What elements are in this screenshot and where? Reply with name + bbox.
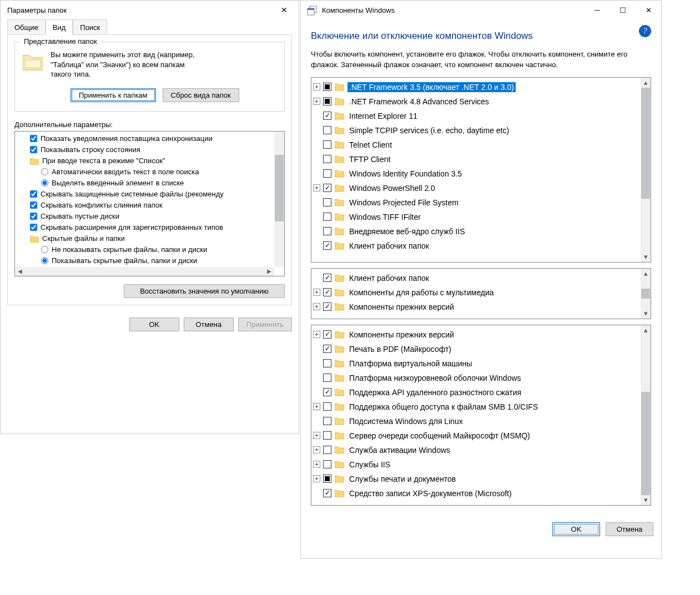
list-item[interactable]: Скрывать защищенные системные файлы (рек… <box>17 189 274 200</box>
checkbox[interactable] <box>323 184 331 192</box>
ok-button[interactable]: OK <box>552 522 600 536</box>
scroll-up-icon[interactable]: ▴ <box>641 325 651 335</box>
checkbox[interactable] <box>323 374 331 382</box>
tree-row[interactable]: +Служба активации Windows <box>313 443 641 457</box>
checkbox[interactable] <box>323 330 331 339</box>
advanced-listbox[interactable]: Показать уведомления поставщика синхрони… <box>14 131 285 276</box>
checkbox[interactable] <box>323 388 331 396</box>
checkbox[interactable] <box>30 201 37 209</box>
vertical-scrollbar[interactable]: ▴ ▾ <box>641 325 651 505</box>
expand-icon[interactable]: + <box>313 331 320 338</box>
checkbox[interactable] <box>323 169 331 178</box>
checkbox[interactable] <box>323 112 331 120</box>
tree-row[interactable]: Windows Projected File System <box>313 195 641 210</box>
vertical-scrollbar[interactable]: ▴ ▾ <box>641 78 651 262</box>
list-item[interactable]: Автоматически вводить текст в поле поиск… <box>17 167 274 178</box>
scroll-down-icon[interactable]: ▾ <box>641 309 651 319</box>
checkbox[interactable] <box>30 190 37 198</box>
tree-row[interactable]: Внедряемое веб-ядро служб IIS <box>313 224 641 239</box>
scroll-left-icon[interactable]: ◄ <box>15 267 25 276</box>
expand-icon[interactable]: + <box>313 446 320 453</box>
tree-row[interactable]: Internet Explorer 11 <box>313 109 641 123</box>
help-icon[interactable]: ? <box>639 25 651 37</box>
expand-icon[interactable]: + <box>313 184 320 191</box>
tree-row[interactable]: TFTP Client <box>313 152 641 167</box>
list-item[interactable]: Скрывать расширения для зарегистрированн… <box>17 222 274 233</box>
tab-view[interactable]: Вид <box>46 19 73 35</box>
scroll-thumb[interactable] <box>641 392 650 495</box>
checkbox[interactable] <box>30 135 37 142</box>
list-item[interactable]: Скрывать пустые диски <box>17 211 274 222</box>
expand-icon[interactable]: + <box>313 289 320 296</box>
list-item[interactable]: Скрывать конфликты слияния папок <box>17 200 274 211</box>
close-button[interactable]: ✕ <box>272 2 296 18</box>
checkbox[interactable] <box>323 274 331 282</box>
checkbox[interactable] <box>323 241 331 250</box>
checkbox[interactable] <box>323 227 331 235</box>
checkbox[interactable] <box>323 140 331 149</box>
checkbox[interactable] <box>323 417 331 425</box>
list-item[interactable]: Показывать строку состояния <box>17 144 274 155</box>
tree-row[interactable]: Simple TCPIP services (i.e. echo, daytim… <box>313 123 641 138</box>
checkbox[interactable] <box>323 446 331 454</box>
features-tree-3[interactable]: +Компоненты прежних версийПечать в PDF (… <box>311 325 651 506</box>
features-tree-2[interactable]: Клиент рабочих папок+Компоненты для рабо… <box>311 268 651 319</box>
tree-row[interactable]: Поддержка API удаленного разностного сжа… <box>313 385 641 400</box>
tree-row[interactable]: Платформа виртуальной машины <box>313 356 641 371</box>
list-item[interactable]: Показать уведомления поставщика синхрони… <box>17 133 274 144</box>
tab-general[interactable]: Общие <box>7 19 46 34</box>
checkbox[interactable] <box>323 155 331 163</box>
tree-row[interactable]: +Сервер очереди сообщений Майкрософт (MS… <box>313 428 641 443</box>
tree-row[interactable]: Платформа низкоуровневой оболочки Window… <box>313 371 641 385</box>
checkbox[interactable] <box>30 224 37 231</box>
checkbox[interactable] <box>30 213 37 220</box>
tree-row[interactable]: +Компоненты прежних версий <box>313 300 641 314</box>
tab-search[interactable]: Поиск <box>73 19 107 34</box>
expand-icon[interactable]: + <box>313 303 320 310</box>
restore-defaults-button[interactable]: Восстановить значения по умолчанию <box>124 284 285 298</box>
scroll-thumb[interactable] <box>641 289 650 299</box>
vertical-scrollbar[interactable]: ▴ ▾ <box>641 269 651 319</box>
checkbox[interactable] <box>323 460 331 468</box>
close-button[interactable]: ✕ <box>636 2 661 18</box>
expand-icon[interactable]: + <box>313 432 320 439</box>
titlebar[interactable]: Параметры папок ✕ <box>1 1 299 19</box>
tree-row[interactable]: +Поддержка общего доступа к файлам SMB 1… <box>313 400 641 414</box>
scroll-right-icon[interactable]: ► <box>264 267 274 276</box>
checkbox[interactable] <box>323 359 331 367</box>
expand-icon[interactable]: + <box>313 475 320 482</box>
list-item[interactable]: Показывать скрытые файлы, папки и диски <box>17 255 274 266</box>
checkbox[interactable] <box>323 302 331 311</box>
reset-folders-button[interactable]: Сброс вида папок <box>163 88 239 102</box>
ok-button[interactable]: OK <box>129 317 179 331</box>
expand-icon[interactable]: + <box>313 98 320 105</box>
checkbox[interactable] <box>323 198 331 206</box>
expand-icon[interactable]: + <box>313 403 320 410</box>
checkbox[interactable] <box>323 213 331 221</box>
scroll-thumb[interactable] <box>641 88 650 199</box>
horizontal-scrollbar[interactable]: ◄ ► <box>15 267 274 276</box>
tree-row[interactable]: Telnet Client <box>313 138 641 152</box>
expand-icon[interactable]: + <box>313 83 320 90</box>
features-tree-1[interactable]: +.NET Framework 3.5 (включает .NET 2.0 и… <box>311 77 651 263</box>
minimize-button[interactable]: ─ <box>585 2 610 18</box>
tree-row[interactable]: +.NET Framework 3.5 (включает .NET 2.0 и… <box>313 80 641 94</box>
checkbox[interactable] <box>323 288 331 296</box>
list-item[interactable]: Выделять введенный элемент в списке <box>17 178 274 189</box>
scroll-up-icon[interactable]: ▴ <box>641 78 651 88</box>
tree-row[interactable]: Клиент рабочих папок <box>313 271 641 285</box>
tree-row[interactable]: Печать в PDF (Майкрософт) <box>313 342 641 356</box>
scroll-down-icon[interactable]: ▾ <box>641 495 651 505</box>
tree-row[interactable]: Подсистема Windows для Linux <box>313 414 641 428</box>
checkbox[interactable] <box>323 126 331 134</box>
list-item[interactable]: Скрытые файлы и папки <box>17 233 274 244</box>
tree-row[interactable]: Windows Identity Foundation 3.5 <box>313 167 641 181</box>
tree-row[interactable]: +Windows PowerShell 2.0 <box>313 181 641 195</box>
checkbox[interactable] <box>323 402 331 411</box>
tree-row[interactable]: +Компоненты прежних версий <box>313 327 641 342</box>
checkbox[interactable] <box>323 345 331 353</box>
expand-icon[interactable]: + <box>313 461 320 468</box>
cancel-button[interactable]: Отмена <box>606 522 653 536</box>
scroll-down-icon[interactable]: ▾ <box>641 252 651 262</box>
checkbox[interactable] <box>323 97 331 105</box>
